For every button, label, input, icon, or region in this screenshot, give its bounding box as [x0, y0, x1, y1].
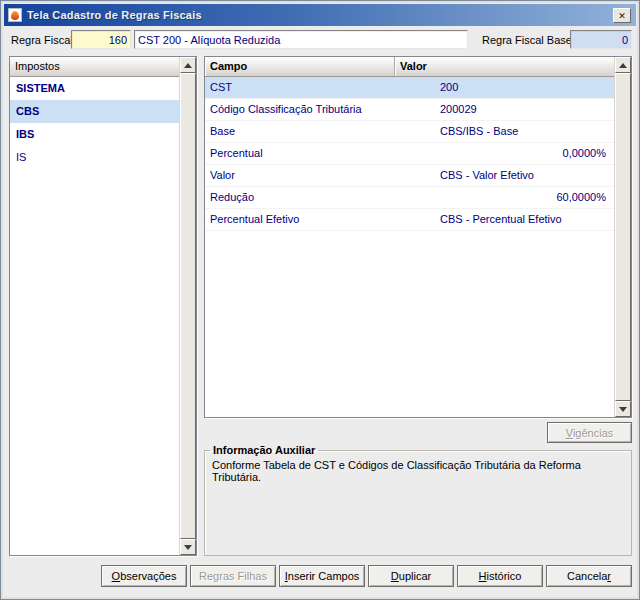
footer-buttons: ObservaçõesRegras FilhasInserir CamposDu… — [101, 565, 632, 587]
impostos-scrollbar[interactable] — [179, 57, 196, 555]
scrollbar-thumb[interactable] — [615, 73, 631, 401]
triangle-down-icon — [619, 407, 627, 412]
triangle-up-icon — [619, 63, 627, 68]
title-bar[interactable]: Tela Cadastro de Regras Fiscais ✕ — [4, 4, 636, 26]
window-title: Tela Cadastro de Regras Fiscais — [27, 9, 202, 21]
campo-column-header[interactable]: Campo — [205, 57, 395, 76]
campos-scrollbar[interactable] — [614, 57, 631, 417]
impostos-column-header[interactable]: Impostos — [10, 57, 179, 77]
dialog-window: Tela Cadastro de Regras Fiscais ✕ Regra … — [0, 0, 640, 600]
campo-cell: Redução — [205, 187, 395, 208]
impostos-panel: Impostos SISTEMACBSIBSIS — [9, 56, 197, 556]
scroll-down-button[interactable] — [180, 539, 196, 555]
campo-cell: Base — [205, 121, 395, 142]
regras-filhas-button: Regras Filhas — [190, 565, 276, 587]
valor-cell: CBS - Percentual Efetivo — [395, 209, 614, 230]
imposto-item-cbs[interactable]: CBS — [10, 100, 179, 123]
campo-row-cst[interactable]: CST200 — [205, 77, 614, 99]
triangle-up-icon — [184, 63, 192, 68]
regra-descricao-input[interactable] — [134, 30, 468, 49]
campos-rows: CST200Código Classificação Tributária200… — [205, 77, 614, 231]
imposto-item-ibs[interactable]: IBS — [10, 123, 179, 146]
campo-cell: Código Classificação Tributária — [205, 99, 395, 120]
valor-cell: CBS - Valor Efetivo — [395, 165, 614, 186]
campo-row-valor[interactable]: ValorCBS - Valor Efetivo — [205, 165, 614, 187]
impostos-header-label: Impostos — [10, 57, 179, 76]
valor-cell: 200029 — [395, 99, 614, 120]
cancelar-button[interactable]: Cancelar — [546, 565, 632, 587]
regra-fiscal-base-input[interactable] — [570, 30, 632, 49]
campo-row-codigo-classificacao-tributaria[interactable]: Código Classificação Tributária200029 — [205, 99, 614, 121]
imposto-item-is[interactable]: IS — [10, 146, 179, 169]
campo-cell: Percentual Efetivo — [205, 209, 395, 230]
info-auxiliar-groupbox: Informação Auxiliar Conforme Tabela de C… — [204, 444, 632, 556]
scroll-up-button[interactable] — [615, 57, 631, 73]
info-auxiliar-title: Informação Auxiliar — [210, 444, 318, 456]
scroll-down-button[interactable] — [615, 401, 631, 417]
regra-fiscal-base-label: Regra Fiscal Base — [482, 34, 572, 46]
duplicar-button[interactable]: Duplicar — [368, 565, 454, 587]
close-icon: ✕ — [618, 11, 626, 21]
scroll-up-button[interactable] — [180, 57, 196, 73]
vigencias-button: Vigências — [547, 422, 632, 443]
valor-cell: 60,0000% — [395, 187, 614, 208]
campo-cell: Valor — [205, 165, 395, 186]
campo-row-percentual[interactable]: Percentual0,0000% — [205, 143, 614, 165]
campo-cell: Percentual — [205, 143, 395, 164]
campo-row-reducao[interactable]: Redução60,0000% — [205, 187, 614, 209]
close-button[interactable]: ✕ — [613, 8, 631, 23]
regra-fiscal-label: Regra Fiscal — [11, 34, 73, 46]
campo-cell: CST — [205, 77, 395, 98]
imposto-item-sistema[interactable]: SISTEMA — [10, 77, 179, 100]
valor-cell: 0,0000% — [395, 143, 614, 164]
app-icon — [8, 8, 22, 22]
impostos-list: SISTEMACBSIBSIS — [10, 77, 179, 169]
campos-grid-header: Campo Valor — [205, 57, 614, 77]
campos-panel: Campo Valor CST200Código Classificação T… — [204, 56, 632, 418]
scrollbar-thumb[interactable] — [180, 73, 196, 539]
campo-row-base[interactable]: BaseCBS/IBS - Base — [205, 121, 614, 143]
regra-fiscal-input[interactable] — [71, 30, 131, 49]
inserir-campos-button[interactable]: Inserir Campos — [279, 565, 365, 587]
valor-cell: 200 — [395, 77, 614, 98]
historico-button[interactable]: Histórico — [457, 565, 543, 587]
campo-row-percentual-efetivo[interactable]: Percentual EfetivoCBS - Percentual Efeti… — [205, 209, 614, 231]
valor-column-header[interactable]: Valor — [395, 57, 614, 76]
triangle-down-icon — [184, 545, 192, 550]
observacoes-button[interactable]: Observações — [101, 565, 187, 587]
info-auxiliar-text: Conforme Tabela de CST e Códigos de Clas… — [205, 456, 631, 486]
valor-cell: CBS/IBS - Base — [395, 121, 614, 142]
